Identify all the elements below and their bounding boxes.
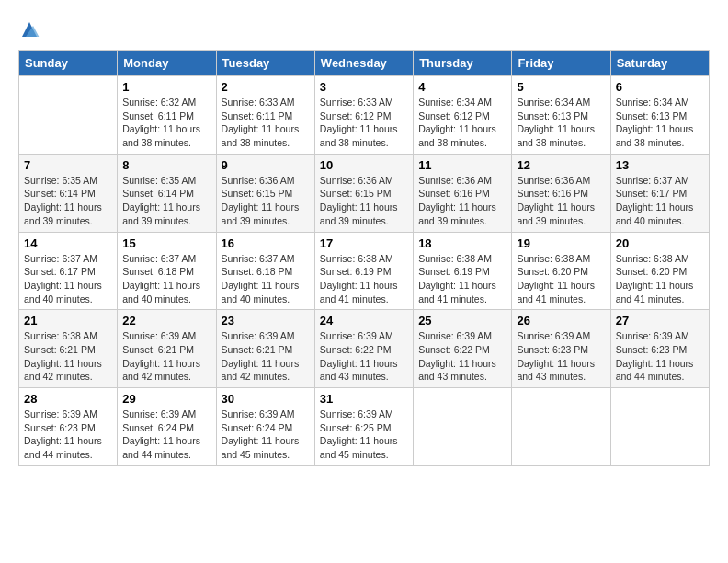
day-header-sunday: Sunday	[19, 51, 118, 76]
calendar-week-row: 21Sunrise: 6:38 AMSunset: 6:21 PMDayligh…	[19, 310, 710, 388]
calendar-cell: 10Sunrise: 6:36 AMSunset: 6:15 PMDayligh…	[314, 154, 413, 232]
calendar-cell: 31Sunrise: 6:39 AMSunset: 6:25 PMDayligh…	[314, 388, 413, 466]
day-info: Sunrise: 6:38 AMSunset: 6:20 PMDaylight:…	[517, 252, 605, 306]
day-number: 19	[517, 236, 605, 250]
day-info: Sunrise: 6:39 AMSunset: 6:23 PMDaylight:…	[616, 329, 704, 384]
calendar-week-row: 7Sunrise: 6:35 AMSunset: 6:14 PMDaylight…	[19, 154, 710, 232]
day-info: Sunrise: 6:36 AMSunset: 6:16 PMDaylight:…	[418, 174, 506, 228]
day-number: 11	[418, 158, 506, 172]
day-number: 28	[24, 392, 112, 406]
day-number: 8	[122, 158, 210, 172]
day-info: Sunrise: 6:39 AMSunset: 6:21 PMDaylight:…	[222, 329, 310, 384]
day-info: Sunrise: 6:34 AMSunset: 6:12 PMDaylight:…	[418, 96, 506, 150]
day-info: Sunrise: 6:37 AMSunset: 6:18 PMDaylight:…	[122, 252, 210, 306]
calendar-cell	[610, 388, 709, 466]
day-info: Sunrise: 6:38 AMSunset: 6:19 PMDaylight:…	[418, 252, 506, 306]
calendar-cell: 5Sunrise: 6:34 AMSunset: 6:13 PMDaylight…	[512, 76, 610, 155]
day-info: Sunrise: 6:39 AMSunset: 6:22 PMDaylight:…	[320, 329, 408, 384]
day-number: 15	[122, 236, 210, 250]
day-info: Sunrise: 6:38 AMSunset: 6:19 PMDaylight:…	[320, 252, 408, 306]
calendar-cell: 12Sunrise: 6:36 AMSunset: 6:16 PMDayligh…	[512, 154, 610, 232]
calendar-cell: 15Sunrise: 6:37 AMSunset: 6:18 PMDayligh…	[118, 232, 216, 310]
day-number: 21	[24, 314, 112, 327]
calendar-cell: 29Sunrise: 6:39 AMSunset: 6:24 PMDayligh…	[118, 388, 216, 466]
calendar-table: SundayMondayTuesdayWednesdayThursdayFrid…	[18, 50, 710, 466]
day-info: Sunrise: 6:35 AMSunset: 6:14 PMDaylight:…	[24, 174, 112, 228]
calendar-cell: 20Sunrise: 6:38 AMSunset: 6:20 PMDayligh…	[610, 232, 709, 310]
day-info: Sunrise: 6:39 AMSunset: 6:23 PMDaylight:…	[24, 408, 112, 462]
calendar-cell: 9Sunrise: 6:36 AMSunset: 6:15 PMDaylight…	[216, 154, 314, 232]
calendar-cell: 23Sunrise: 6:39 AMSunset: 6:21 PMDayligh…	[216, 310, 314, 388]
day-number: 7	[24, 158, 112, 172]
calendar-week-row: 1Sunrise: 6:32 AMSunset: 6:11 PMDaylight…	[19, 76, 710, 155]
day-header-wednesday: Wednesday	[314, 51, 413, 76]
day-info: Sunrise: 6:37 AMSunset: 6:17 PMDaylight:…	[24, 252, 112, 306]
calendar-cell	[414, 388, 512, 466]
day-info: Sunrise: 6:39 AMSunset: 6:24 PMDaylight:…	[222, 408, 310, 462]
day-info: Sunrise: 6:34 AMSunset: 6:13 PMDaylight:…	[616, 96, 704, 150]
calendar-cell: 14Sunrise: 6:37 AMSunset: 6:17 PMDayligh…	[19, 232, 118, 310]
day-number: 29	[122, 392, 210, 406]
day-info: Sunrise: 6:38 AMSunset: 6:20 PMDaylight:…	[616, 252, 704, 306]
calendar-cell	[19, 76, 118, 155]
calendar-cell: 25Sunrise: 6:39 AMSunset: 6:22 PMDayligh…	[414, 310, 512, 388]
day-number: 25	[418, 314, 506, 327]
calendar-cell: 16Sunrise: 6:37 AMSunset: 6:18 PMDayligh…	[216, 232, 314, 310]
day-header-thursday: Thursday	[414, 51, 512, 76]
calendar-cell: 24Sunrise: 6:39 AMSunset: 6:22 PMDayligh…	[314, 310, 413, 388]
calendar-cell: 18Sunrise: 6:38 AMSunset: 6:19 PMDayligh…	[414, 232, 512, 310]
day-info: Sunrise: 6:37 AMSunset: 6:18 PMDaylight:…	[222, 252, 310, 306]
day-info: Sunrise: 6:33 AMSunset: 6:11 PMDaylight:…	[222, 96, 310, 150]
day-info: Sunrise: 6:32 AMSunset: 6:11 PMDaylight:…	[122, 96, 210, 150]
calendar-cell: 28Sunrise: 6:39 AMSunset: 6:23 PMDayligh…	[19, 388, 118, 466]
day-number: 12	[517, 158, 605, 172]
calendar-cell	[512, 388, 610, 466]
calendar-cell: 21Sunrise: 6:38 AMSunset: 6:21 PMDayligh…	[19, 310, 118, 388]
day-number: 5	[517, 80, 605, 94]
day-number: 13	[616, 158, 704, 172]
day-info: Sunrise: 6:39 AMSunset: 6:21 PMDaylight:…	[122, 329, 210, 384]
day-number: 20	[616, 236, 704, 250]
day-info: Sunrise: 6:39 AMSunset: 6:23 PMDaylight:…	[517, 329, 605, 384]
calendar-cell: 1Sunrise: 6:32 AMSunset: 6:11 PMDaylight…	[118, 76, 216, 155]
day-number: 31	[320, 392, 408, 406]
day-number: 9	[222, 158, 310, 172]
calendar-week-row: 28Sunrise: 6:39 AMSunset: 6:23 PMDayligh…	[19, 388, 710, 466]
day-info: Sunrise: 6:39 AMSunset: 6:22 PMDaylight:…	[418, 329, 506, 384]
day-header-tuesday: Tuesday	[216, 51, 314, 76]
calendar-cell: 19Sunrise: 6:38 AMSunset: 6:20 PMDayligh…	[512, 232, 610, 310]
day-info: Sunrise: 6:39 AMSunset: 6:25 PMDaylight:…	[320, 408, 408, 462]
calendar-cell: 2Sunrise: 6:33 AMSunset: 6:11 PMDaylight…	[216, 76, 314, 155]
page-header	[18, 18, 710, 40]
day-info: Sunrise: 6:39 AMSunset: 6:24 PMDaylight:…	[122, 408, 210, 462]
day-header-friday: Friday	[512, 51, 610, 76]
day-number: 23	[222, 314, 310, 327]
day-info: Sunrise: 6:38 AMSunset: 6:21 PMDaylight:…	[24, 329, 112, 384]
day-number: 14	[24, 236, 112, 250]
calendar-week-row: 14Sunrise: 6:37 AMSunset: 6:17 PMDayligh…	[19, 232, 710, 310]
day-number: 24	[320, 314, 408, 327]
logo-icon	[18, 18, 40, 40]
day-number: 6	[616, 80, 704, 94]
calendar-cell: 17Sunrise: 6:38 AMSunset: 6:19 PMDayligh…	[314, 232, 413, 310]
logo	[18, 18, 44, 40]
calendar-cell: 6Sunrise: 6:34 AMSunset: 6:13 PMDaylight…	[610, 76, 709, 155]
day-number: 17	[320, 236, 408, 250]
calendar-cell: 7Sunrise: 6:35 AMSunset: 6:14 PMDaylight…	[19, 154, 118, 232]
calendar-cell: 27Sunrise: 6:39 AMSunset: 6:23 PMDayligh…	[610, 310, 709, 388]
day-number: 22	[122, 314, 210, 327]
calendar-cell: 11Sunrise: 6:36 AMSunset: 6:16 PMDayligh…	[414, 154, 512, 232]
day-number: 3	[320, 80, 408, 94]
calendar-cell: 8Sunrise: 6:35 AMSunset: 6:14 PMDaylight…	[118, 154, 216, 232]
day-info: Sunrise: 6:35 AMSunset: 6:14 PMDaylight:…	[122, 174, 210, 228]
day-info: Sunrise: 6:34 AMSunset: 6:13 PMDaylight:…	[517, 96, 605, 150]
calendar-header-row: SundayMondayTuesdayWednesdayThursdayFrid…	[19, 51, 710, 76]
day-header-monday: Monday	[118, 51, 216, 76]
calendar-cell: 26Sunrise: 6:39 AMSunset: 6:23 PMDayligh…	[512, 310, 610, 388]
day-info: Sunrise: 6:36 AMSunset: 6:16 PMDaylight:…	[517, 174, 605, 228]
day-info: Sunrise: 6:36 AMSunset: 6:15 PMDaylight:…	[222, 174, 310, 228]
day-number: 26	[517, 314, 605, 327]
day-number: 30	[222, 392, 310, 406]
day-header-saturday: Saturday	[610, 51, 709, 76]
day-info: Sunrise: 6:33 AMSunset: 6:12 PMDaylight:…	[320, 96, 408, 150]
